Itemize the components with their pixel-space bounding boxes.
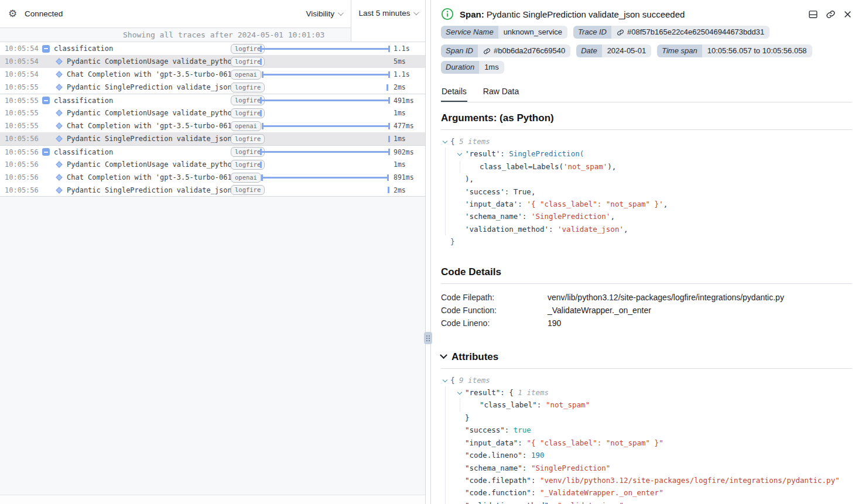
span-name: classification [54,44,231,53]
timestamp: 10:05:56 [5,173,39,181]
connection-status: Connected [25,9,63,18]
time-range-dropdown[interactable]: Last 5 minutes [351,0,425,42]
duration-bar [262,123,390,129]
span-diamond-icon [55,122,63,130]
trace-row[interactable]: 10:05:55Chat Completion with 'gpt-3.5-tu… [0,119,425,132]
code-line: "code.filepath": "venv/lib/python3.12/si… [442,474,852,486]
chevron-down-icon [413,9,419,15]
span-name: Chat Completion with 'gpt-3.5-turbo-0613… [67,122,231,130]
visibility-dropdown[interactable]: Visibility [306,9,342,18]
duration-label: 1ms [390,109,420,117]
duration-bar [260,149,390,155]
duration-bar [388,187,389,193]
span-name: Pydantic SinglePrediction validate_json [67,186,231,194]
duration-bar [388,136,390,142]
code-line: 'input_data': '{ "class_label": "not_spa… [442,198,852,210]
span-detail-panel: Span: Pydantic SinglePrediction validate… [431,0,862,504]
badge-label: Trace ID [573,26,611,39]
timestamp: 10:05:56 [5,135,39,143]
code-line: "validation_method": "validate_json" [442,499,852,504]
span-name: Pydantic CompletionUsage validate_python [67,109,231,117]
badge-span-id: Span ID#b0b6da2d76c69540 [441,44,570,57]
collapse-chevron-icon[interactable] [442,374,450,386]
code-line: "success": true [442,424,852,436]
chevron-down-icon [440,351,447,359]
duration-label: 1ms [390,160,420,169]
span-badges-row-2: Span ID#b0b6da2d76c69540Date2024-05-01Ti… [441,44,852,80]
code-detail-row: Code Function:_ValidateWrapper._on_enter [441,304,852,317]
badge-label: Span ID [441,44,478,57]
collapse-toggle-icon[interactable] [42,97,50,104]
trace-row[interactable]: 10:05:54classificationlogfire1.1s [0,42,425,55]
trace-row[interactable]: 10:05:54Pydantic CompletionUsage validat… [0,55,425,68]
code-line: } [442,412,852,424]
timestamp: 10:05:56 [5,148,39,156]
badge-label: Service Name [441,26,498,39]
code-detail-label: Code Function: [441,304,548,317]
duration-bar-track [260,94,390,107]
badge-label: Duration [441,61,479,74]
duration-label: 1.1s [390,70,420,78]
trace-row[interactable]: 10:05:56Pydantic SinglePrediction valida… [0,132,425,145]
trace-row[interactable]: 10:05:55classificationlogfire491ms [0,94,425,107]
code-line: { 9 items [442,374,852,386]
code-line: "class_label": "not_spam" [442,399,852,411]
collapse-chevron-icon[interactable] [442,135,450,148]
duration-label: 2ms [390,186,420,194]
trace-row[interactable]: 10:05:54Chat Completion with 'gpt-3.5-tu… [0,68,425,81]
code-line: } [442,235,852,248]
span-name: Chat Completion with 'gpt-3.5-turbo-0613… [67,173,231,181]
code-details-rows: Code Filepath:venv/lib/python3.12/site-p… [441,284,852,341]
collapse-toggle-icon[interactable] [42,45,50,53]
trace-row[interactable]: 10:05:56classificationlogfire902ms [0,145,425,158]
span-diamond-icon [55,84,63,91]
trace-row[interactable]: 10:05:55Pydantic CompletionUsage validat… [0,107,425,119]
code-detail-label: Code Lineno: [441,317,548,330]
collapse-chevron-icon[interactable] [457,148,465,160]
code-line: 'validation_method': 'validate_json', [442,223,852,235]
link-icon[interactable] [483,47,491,55]
link-icon[interactable] [617,29,624,36]
attributes-heading[interactable]: Attributes [441,341,852,369]
timestamp: 10:05:54 [5,70,39,78]
trace-row[interactable]: 10:05:56Pydantic CompletionUsage validat… [0,158,425,171]
tab-details[interactable]: Details [441,83,467,102]
trace-rows: 10:05:54classificationlogfire1.1s10:05:5… [0,42,425,197]
trace-row[interactable]: 10:05:56Pydantic SinglePrediction valida… [0,184,425,197]
close-icon[interactable] [843,10,852,19]
collapse-chevron-icon[interactable] [457,386,465,399]
panel-layout-icon[interactable] [808,9,818,19]
left-topbar: ⚙ Connected Visibility Default levels La… [0,0,425,28]
attributes-code-block: { 9 items"result": { 1 items"class_label… [441,369,852,504]
panel-divider [426,0,431,504]
duration-bar-track [260,119,390,132]
resize-handle[interactable] [424,332,432,344]
duration-bar-track [260,81,390,94]
trace-row[interactable]: 10:05:56Chat Completion with 'gpt-3.5-tu… [0,171,425,184]
trace-row[interactable]: 10:05:55Pydantic SinglePrediction valida… [0,81,425,94]
duration-bar-track [260,171,390,184]
duration-bar [260,162,262,168]
badge-value[interactable]: #b0b6da2d76c69540 [478,44,570,57]
span-name: Chat Completion with 'gpt-3.5-turbo-0613… [67,70,231,78]
span-diamond-icon [55,71,63,78]
tab-raw-data[interactable]: Raw Data [483,83,519,102]
code-detail-value: venv/lib/python3.12/site-packages/logfir… [548,291,784,304]
duration-bar-track [260,107,390,119]
duration-bar [260,46,390,52]
duration-label: 2ms [390,83,420,91]
duration-bar-track [260,132,390,145]
span-name: classification [54,148,231,156]
timestamp: 10:05:56 [5,186,39,194]
trace-list-bottom-strip [0,495,425,504]
span-diamond-icon [55,58,63,66]
collapse-toggle-icon[interactable] [42,148,50,156]
copy-link-icon[interactable] [826,9,836,19]
arguments-heading: Arguments: (as Python) [441,102,852,130]
timestamp: 10:05:54 [5,44,39,53]
gear-icon[interactable]: ⚙ [8,9,19,19]
chevron-down-icon [338,10,344,16]
badge-trace-id: Trace ID#08f57b165e22c4e625046944673bdd3… [573,26,769,39]
badge-value[interactable]: #08f57b165e22c4e625046944673bdd31 [611,26,769,39]
duration-bar [261,174,389,181]
